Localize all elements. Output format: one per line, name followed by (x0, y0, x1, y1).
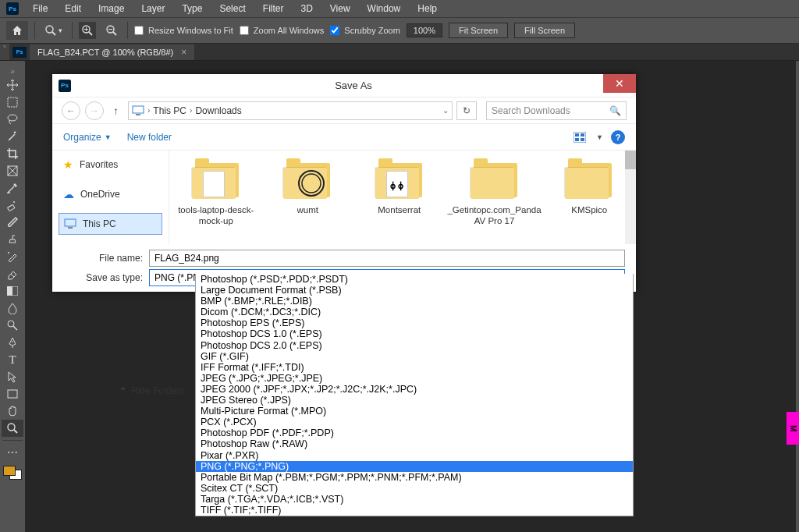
file-type-option[interactable]: Dicom (*.DCM;*.DC3;*.DIC) (196, 307, 633, 317)
scrollbar[interactable] (625, 151, 636, 244)
zoom-percent-field[interactable]: 100% (407, 23, 442, 37)
path-selection-tool[interactable] (2, 368, 23, 385)
menu-image[interactable]: Image (91, 2, 132, 16)
file-type-option[interactable]: JPEG 2000 (*.JPF;*.JPX;*.JP2;*.J2C;*.J2K… (196, 384, 633, 395)
move-tool[interactable] (2, 76, 23, 94)
file-type-option[interactable]: BMP (*.BMP;*.RLE;*.DIB) (196, 296, 633, 307)
resize-windows-checkbox[interactable]: Resize Windows to Fit (134, 26, 233, 35)
right-panel-edge[interactable] (796, 61, 799, 532)
file-type-option[interactable]: IFF Format (*.IFF;*.TDI) (196, 362, 633, 373)
eraser-tool[interactable] (2, 265, 23, 282)
breadcrumb-folder[interactable]: Downloads (195, 105, 241, 116)
scrubby-zoom-checkbox[interactable]: Scrubby Zoom (330, 26, 400, 35)
file-type-option[interactable]: Photoshop DCS 1.0 (*.EPS) (196, 328, 633, 339)
file-type-option[interactable]: Large Document Format (*.PSB) (196, 285, 633, 296)
magic-wand-tool[interactable] (2, 128, 23, 145)
crop-tool[interactable] (2, 145, 23, 162)
document-tab[interactable]: FLAG_B24.PCT @ 100% (RGB/8#) × (30, 44, 194, 60)
file-type-option[interactable]: Multi-Picture Format (*.MPO) (196, 406, 633, 417)
marquee-tool[interactable] (2, 94, 23, 111)
chevron-down-icon[interactable]: ▼ (596, 133, 603, 141)
file-type-dropdown[interactable]: Photoshop (*.PSD;*.PDD;*.PSDT)Large Docu… (195, 274, 634, 516)
file-type-option[interactable]: Pixar (*.PXR) (196, 450, 633, 461)
right-panel-label[interactable]: M (787, 412, 799, 445)
chevron-down-icon[interactable]: ⌄ (442, 106, 449, 115)
file-type-option[interactable]: Photoshop PDF (*.PDF;*.PDP) (196, 427, 633, 438)
view-mode-button[interactable] (571, 129, 588, 146)
forward-button[interactable]: → (85, 101, 104, 120)
blur-tool[interactable] (2, 300, 23, 317)
file-type-option[interactable]: JPEG (*.JPG;*.JPEG;*.JPE) (196, 373, 633, 384)
refresh-button[interactable]: ↻ (456, 101, 477, 120)
foreground-color-swatch[interactable] (3, 466, 16, 476)
type-tool[interactable]: T (2, 351, 23, 368)
file-type-option[interactable]: Targa (*.TGA;*.VDA;*.ICB;*.VST) (196, 494, 633, 505)
scrollbar-thumb[interactable] (625, 151, 636, 169)
hand-tool[interactable] (2, 403, 23, 420)
help-button[interactable]: ? (611, 130, 625, 144)
sidebar-favorites[interactable]: ★Favorites (59, 154, 162, 176)
close-button[interactable]: ✕ (603, 74, 636, 93)
file-type-option[interactable]: PCX (*.PCX) (196, 417, 633, 427)
history-brush-tool[interactable] (2, 248, 23, 265)
breadcrumb-pc[interactable]: This PC (153, 105, 186, 116)
file-type-option[interactable]: Photoshop Raw (*.RAW) (196, 438, 633, 449)
menu-filter[interactable]: Filter (255, 2, 292, 16)
file-type-option[interactable]: JPEG Stereo (*.JPS) (196, 395, 633, 406)
zoom-out-icon[interactable] (102, 24, 121, 37)
back-button[interactable]: ← (62, 101, 80, 120)
file-type-option[interactable]: TIFF (*.TIF;*.TIFF) (196, 505, 633, 516)
menu-edit[interactable]: Edit (57, 2, 89, 16)
frame-tool[interactable] (2, 162, 23, 179)
close-tab-icon[interactable]: × (181, 47, 186, 58)
zoom-all-windows-checkbox[interactable]: Zoom All Windows (240, 26, 324, 35)
eyedropper-tool[interactable] (2, 179, 23, 197)
menu-window[interactable]: Window (360, 2, 409, 16)
menu-select[interactable]: Select (211, 2, 253, 16)
folder-item[interactable]: tools-laptop-desck-mock-up (177, 157, 255, 238)
file-browser[interactable]: tools-laptop-desck-mock-up wumt ϕ ϕ Mont… (169, 151, 636, 244)
file-type-option[interactable]: Photoshop EPS (*.EPS) (196, 317, 633, 328)
zoom-tool-icon[interactable]: ▾ (41, 24, 66, 37)
folder-item[interactable]: _Getintopc.com_Panda AV Pro 17 (453, 157, 537, 238)
zoom-tool[interactable] (2, 420, 23, 437)
file-type-option[interactable]: Photoshop DCS 2.0 (*.EPS) (196, 340, 633, 351)
search-input[interactable]: Search Downloads 🔍 (486, 101, 627, 120)
up-button[interactable]: ↑ (108, 105, 123, 117)
clone-stamp-tool[interactable] (2, 231, 23, 248)
sidebar-onedrive[interactable]: ☁OneDrive (59, 183, 162, 205)
folder-item[interactable]: wumt (269, 157, 347, 238)
hide-folders-button[interactable]: ⌃ Hide Folders (119, 385, 184, 396)
fit-screen-button[interactable]: Fit Screen (449, 23, 508, 38)
menu-help[interactable]: Help (410, 2, 445, 16)
organize-button[interactable]: Organize ▼ (63, 132, 112, 143)
sidebar-this-pc[interactable]: This PC (59, 213, 162, 235)
file-type-option[interactable]: GIF (*.GIF) (196, 351, 633, 362)
healing-brush-tool[interactable] (2, 197, 23, 214)
tab-handle[interactable]: » (0, 44, 9, 60)
rectangle-tool[interactable] (2, 385, 23, 403)
menu-file[interactable]: File (25, 2, 55, 16)
pen-tool[interactable] (2, 334, 23, 351)
file-type-option[interactable]: PNG (*.PNG;*.PNG) (196, 461, 633, 472)
lasso-tool[interactable] (2, 111, 23, 128)
file-type-option[interactable]: Scitex CT (*.SCT) (196, 483, 633, 494)
menu-view[interactable]: View (322, 2, 358, 16)
color-swatches[interactable] (3, 466, 22, 480)
dialog-title-bar[interactable]: Ps Save As ✕ (52, 74, 636, 98)
fill-screen-button[interactable]: Fill Screen (514, 23, 575, 38)
panel-collapse-icon[interactable]: » (10, 67, 15, 75)
breadcrumb-bar[interactable]: › This PC › Downloads ⌄ (128, 101, 453, 120)
gradient-tool[interactable] (2, 282, 23, 300)
menu-layer[interactable]: Layer (133, 2, 172, 16)
menu-type[interactable]: Type (174, 2, 210, 16)
folder-item[interactable]: ϕ ϕ Montserrat (360, 157, 439, 238)
zoom-in-icon[interactable] (79, 22, 96, 39)
file-name-input[interactable] (149, 250, 625, 267)
file-type-option[interactable]: Photoshop (*.PSD;*.PDD;*.PSDT) (196, 274, 633, 285)
brush-tool[interactable] (2, 214, 23, 231)
new-folder-button[interactable]: New folder (127, 132, 172, 143)
menu-3d[interactable]: 3D (293, 2, 320, 16)
file-type-option[interactable]: Portable Bit Map (*.PBM;*.PGM;*.PPM;*.PN… (196, 472, 633, 483)
edit-toolbar[interactable]: ⋯ (2, 444, 23, 461)
